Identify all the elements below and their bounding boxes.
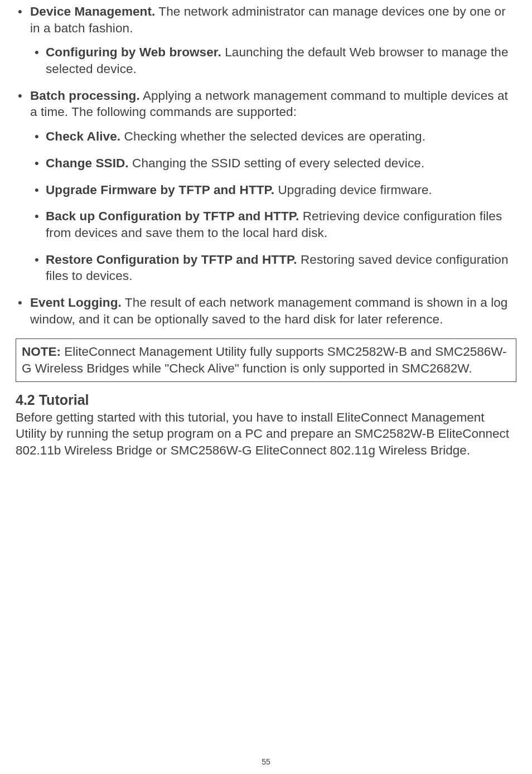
bullet-text: Changing the SSID setting of every selec… — [129, 156, 425, 170]
bullet-change-ssid: Change SSID. Changing the SSID setting o… — [30, 155, 516, 172]
section-heading: 4.2 Tutorial — [16, 392, 516, 408]
bullet-upgrade-firmware: Upgrade Firmware by TFTP and HTTP. Upgra… — [30, 182, 516, 199]
page-content: Device Management. The network administr… — [0, 0, 532, 459]
bullet-title: Batch processing. — [30, 89, 140, 103]
note-label: NOTE: — [22, 345, 61, 359]
bullet-title: Event Logging. — [30, 296, 122, 309]
inner-bullet-list: Check Alive. Checking whether the select… — [30, 128, 516, 284]
bullet-restore-config: Restore Configuration by TFTP and HTTP. … — [30, 251, 516, 284]
note-box: NOTE: EliteConnect Management Utility fu… — [16, 338, 516, 381]
section-body: Before getting started with this tutoria… — [16, 409, 516, 459]
bullet-title: Restore Configuration by TFTP and HTTP. — [46, 253, 297, 267]
note-text: EliteConnect Management Utility fully su… — [22, 345, 507, 375]
bullet-batch-processing: Batch processing. Applying a network man… — [16, 88, 516, 284]
bullet-text: Upgrading device firmware. — [274, 183, 432, 197]
bullet-text: Checking whether the selected devices ar… — [120, 129, 425, 143]
bullet-title: Change SSID. — [46, 156, 129, 170]
bullet-title: Back up Configuration by TFTP and HTTP. — [46, 209, 299, 223]
inner-bullet-list: Configuring by Web browser. Launching th… — [30, 44, 516, 77]
bullet-configuring-web: Configuring by Web browser. Launching th… — [30, 44, 516, 77]
bullet-event-logging: Event Logging. The result of each networ… — [16, 294, 516, 327]
bullet-title: Check Alive. — [46, 129, 120, 143]
bullet-check-alive: Check Alive. Checking whether the select… — [30, 128, 516, 145]
bullet-title: Configuring by Web browser. — [46, 45, 221, 59]
bullet-title: Upgrade Firmware by TFTP and HTTP. — [46, 183, 274, 197]
outer-bullet-list: Device Management. The network administr… — [16, 3, 516, 327]
page-number: 55 — [0, 757, 532, 766]
bullet-device-management: Device Management. The network administr… — [16, 3, 516, 78]
bullet-title: Device Management. — [30, 4, 155, 18]
bullet-backup-config: Back up Configuration by TFTP and HTTP. … — [30, 208, 516, 241]
